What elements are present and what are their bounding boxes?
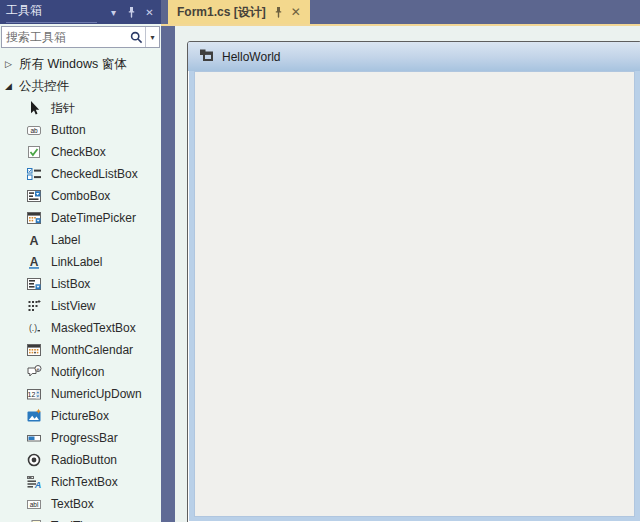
toolbox-item-progressbar[interactable]: ProgressBar [0, 427, 161, 449]
maskedtextbox-icon: (.) [26, 320, 42, 336]
svg-text:e: e [36, 366, 39, 372]
radiobutton-icon [26, 452, 42, 468]
toolbox-item-listbox[interactable]: ListBox [0, 273, 161, 295]
label-icon: A [26, 232, 42, 248]
search-icon[interactable] [128, 31, 145, 44]
tree-expanded-icon[interactable]: ◢ [5, 81, 16, 91]
progressbar-icon [26, 430, 42, 446]
toolbox-title: 工具箱 [6, 1, 97, 23]
form-title: HelloWorld [222, 50, 280, 64]
editor-area: Form1.cs [设计] ✕ HelloWorld [161, 0, 640, 522]
close-icon[interactable]: ✕ [142, 5, 157, 20]
checkbox-icon [26, 144, 42, 160]
picturebox-icon [26, 408, 42, 424]
tab-form1-design[interactable]: Form1.cs [设计] ✕ [168, 0, 310, 24]
toolbox-item-checkedlistbox[interactable]: CheckedListBox [0, 163, 161, 185]
document-tabstrip: Form1.cs [设计] ✕ [161, 0, 640, 26]
search-input[interactable] [2, 30, 128, 44]
toolbox-item-picturebox[interactable]: PictureBox [0, 405, 161, 427]
svg-text:A: A [34, 480, 42, 490]
listview-icon [26, 298, 42, 314]
tree-collapsed-icon[interactable]: ▷ [5, 59, 16, 69]
toolbox-item-linklabel[interactable]: A LinkLabel [0, 251, 161, 273]
category-common-controls[interactable]: ◢ 公共控件 [0, 75, 161, 97]
toolbox-panel: 工具箱 ▾ ✕ ▾ ▷ 所有 Windows 窗体 ◢ [0, 0, 161, 522]
svg-text:(.): (.) [29, 323, 37, 333]
notifyicon-icon: e [26, 364, 42, 380]
tab-pin-icon[interactable] [273, 6, 284, 18]
document-body: HelloWorld [161, 26, 640, 522]
svg-text:A: A [30, 255, 39, 269]
numericupdown-icon: 12 [26, 386, 42, 402]
checkedlistbox-icon [26, 166, 42, 182]
toolbox-item-maskedtextbox[interactable]: (.) MaskedTextBox [0, 317, 161, 339]
linklabel-icon: A [26, 254, 42, 270]
toolbox-item-textbox[interactable]: abl TextBox [0, 493, 161, 515]
form-icon [198, 47, 214, 67]
pin-icon[interactable] [124, 5, 139, 20]
forms-designer-surface[interactable]: HelloWorld [175, 26, 640, 522]
toolbox-item-richtextbox[interactable]: A RichTextBox [0, 471, 161, 493]
datetimepicker-icon [26, 210, 42, 226]
svg-text:abl: abl [30, 501, 39, 508]
search-options-chevron-icon[interactable]: ▾ [146, 33, 159, 42]
combobox-icon [26, 188, 42, 204]
svg-text:ab: ab [30, 127, 38, 134]
toolbox-item-radiobutton[interactable]: RadioButton [0, 449, 161, 471]
toolbox-item-numericupdown[interactable]: 12 NumericUpDown [0, 383, 161, 405]
svg-text:12: 12 [28, 391, 36, 398]
toolbox-search-box: ▾ [1, 26, 160, 48]
toolbox-item-datetimepicker[interactable]: DateTimePicker [0, 207, 161, 229]
category-all-windows-forms[interactable]: ▷ 所有 Windows 窗体 [0, 53, 161, 75]
tab-close-icon[interactable]: ✕ [291, 5, 301, 19]
panel-splitter[interactable] [161, 26, 175, 522]
toolbox-item-monthcalendar[interactable]: MonthCalendar [0, 339, 161, 361]
window-menu-chevron-icon[interactable]: ▾ [106, 5, 121, 20]
button-icon: ab [26, 122, 42, 138]
toolbox-item-button[interactable]: ab Button [0, 119, 161, 141]
designed-form-window[interactable]: HelloWorld [187, 41, 640, 522]
vs-ide-window: 工具箱 ▾ ✕ ▾ ▷ 所有 Windows 窗体 ◢ [0, 0, 640, 522]
toolbox-item-checkbox[interactable]: CheckBox [0, 141, 161, 163]
toolbox-titlebar[interactable]: 工具箱 ▾ ✕ [0, 0, 161, 24]
tab-label: Form1.cs [设计] [177, 4, 266, 21]
toolbox-item-label[interactable]: A Label [0, 229, 161, 251]
listbox-icon [26, 276, 42, 292]
toolbox-list: ▷ 所有 Windows 窗体 ◢ 公共控件 指针 ab Button [0, 50, 161, 522]
toolbox-item-listview[interactable]: ListView [0, 295, 161, 317]
pointer-icon [26, 100, 42, 116]
toolbox-item-combobox[interactable]: ComboBox [0, 185, 161, 207]
toolbox-item-pointer[interactable]: 指针 [0, 97, 161, 119]
svg-text:A: A [29, 234, 38, 248]
richtextbox-icon: A [26, 474, 42, 490]
textbox-icon: abl [26, 496, 42, 512]
form-titlebar: HelloWorld [188, 42, 640, 71]
monthcalendar-icon [26, 342, 42, 358]
toolbox-item-notifyicon[interactable]: e NotifyIcon [0, 361, 161, 383]
tooltip-icon [26, 518, 42, 522]
form-client-area[interactable] [195, 72, 634, 516]
toolbox-item-tooltip[interactable]: ToolTip [0, 515, 161, 522]
